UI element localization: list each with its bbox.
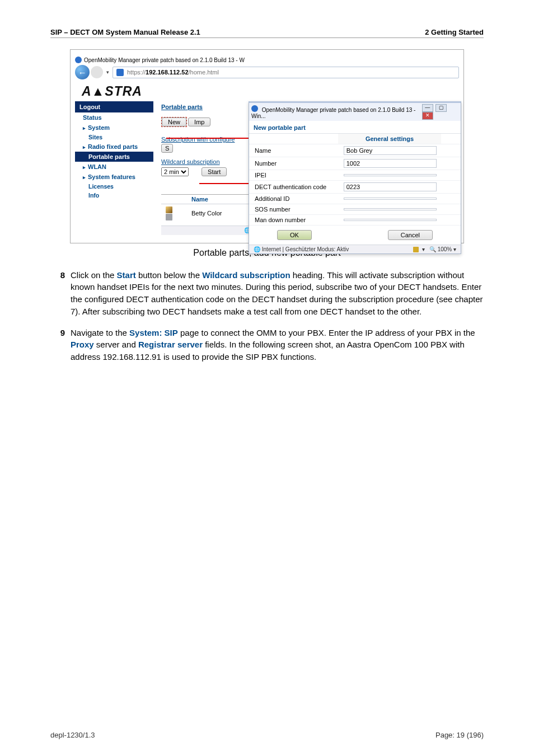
general-settings-heading: General settings (338, 134, 442, 144)
minimize-button[interactable]: — (422, 104, 433, 112)
import-button[interactable]: Imp (188, 118, 210, 126)
step-8-number: 8 (50, 269, 71, 318)
sidebar-item-licenses[interactable]: Licenses (75, 182, 153, 191)
ie-window-title: OpenMobility Manager private patch based… (84, 57, 245, 63)
wildcard-subscription-heading: Wildcard subscription (161, 158, 220, 165)
url-protocol: https:// (127, 69, 146, 76)
auth-code-input[interactable]: 0223 (344, 182, 437, 191)
registrar-ref: Registrar server (138, 340, 203, 349)
ipei-input[interactable] (344, 174, 437, 176)
step-9-number: 9 (50, 327, 71, 363)
label-man-down: Man down number (249, 215, 338, 226)
dialog-lock-icon (413, 247, 419, 252)
new-portable-part-dialog: OpenMobility Manager private patch based… (249, 101, 461, 254)
dialog-window-title: OpenMobility Manager private patch based… (251, 107, 415, 119)
forward-button[interactable] (91, 66, 103, 78)
number-input[interactable]: 1002 (344, 159, 437, 168)
sidebar-item-info[interactable]: Info (75, 191, 153, 200)
sidebar-logout[interactable]: Logout (75, 101, 153, 112)
dialog-status-zoom: 100% (438, 246, 452, 252)
new-button[interactable]: New (162, 118, 186, 126)
col-name: Name (187, 195, 250, 204)
start-ref: Start (117, 270, 136, 280)
additional-id-input[interactable] (344, 198, 437, 200)
label-name: Name (249, 144, 338, 157)
sidebar-item-portable-parts[interactable]: Portable parts (75, 152, 153, 162)
dialog-status-zone: Internet | Geschützter Modus: Aktiv (262, 246, 349, 252)
man-down-input[interactable] (344, 219, 437, 221)
label-ipei: IPEI (249, 170, 338, 181)
arrow-line-to-new (166, 138, 253, 139)
cancel-button[interactable]: Cancel (388, 230, 433, 240)
label-additional-id: Additional ID (249, 194, 338, 204)
header-left: SIP – DECT OM System Manual Release 2.1 (50, 28, 200, 36)
sidebar-item-wlan[interactable]: WLAN (75, 162, 153, 172)
url-path: /home.html (189, 69, 219, 76)
name-input[interactable]: Bob Grey (344, 146, 437, 155)
wildcard-duration-select[interactable]: 2 min (161, 167, 189, 176)
sidebar-item-status[interactable]: Status (75, 112, 153, 123)
label-sos: SOS number (249, 204, 338, 215)
label-auth-code: DECT authentication code (249, 181, 338, 194)
address-bar[interactable]: https://192.168.112.52/home.html (113, 67, 459, 78)
back-button[interactable]: ← (75, 65, 90, 79)
panel-heading-portable-parts[interactable]: Portable parts (161, 104, 203, 110)
dialog-globe-icon: 🌐 (254, 246, 260, 252)
label-number: Number (249, 157, 338, 170)
edit-icon[interactable] (166, 206, 172, 213)
sidebar: Logout Status System Sites Radio fixed p… (75, 101, 153, 238)
dialog-favicon-icon (251, 105, 258, 112)
nav-history-dropdown[interactable]: ▾ (103, 69, 113, 75)
start-button[interactable]: Start (202, 167, 227, 176)
ok-button[interactable]: OK (277, 230, 312, 240)
url-host: 192.168.112.52 (146, 69, 188, 76)
sidebar-item-rfp[interactable]: Radio fixed parts (75, 142, 153, 152)
step-8-text: Click on the Start button below the Wild… (71, 269, 484, 318)
header-right: 2 Getting Started (425, 28, 484, 36)
ie-favicon-icon (75, 57, 82, 63)
subscription-config-link[interactable]: Subscription with configure (161, 136, 235, 143)
close-button[interactable]: ✕ (422, 112, 433, 120)
new-button-highlight: New (161, 117, 187, 127)
maximize-button[interactable]: ▢ (435, 104, 447, 112)
cell-name: Betty Color (187, 204, 250, 223)
ie-icon (116, 69, 124, 76)
sidebar-item-system-features[interactable]: System features (75, 172, 153, 182)
screenshot-container: OpenMobility Manager private patch based… (70, 49, 464, 243)
sos-input[interactable] (344, 208, 437, 210)
dialog-title: New portable part (249, 121, 461, 134)
proxy-ref: Proxy (71, 340, 94, 349)
step-9-text: Navigate to the System: SIP page to conn… (71, 327, 484, 363)
system-sip-ref: System: SIP (129, 328, 178, 337)
sidebar-item-sites[interactable]: Sites (75, 133, 153, 142)
sidebar-item-system[interactable]: System (75, 123, 153, 133)
delete-icon[interactable] (166, 214, 172, 220)
s-button[interactable]: S (161, 144, 173, 153)
aastra-logo: A▲STRA (82, 84, 142, 99)
wildcard-ref: Wildcard subscription (202, 270, 290, 280)
